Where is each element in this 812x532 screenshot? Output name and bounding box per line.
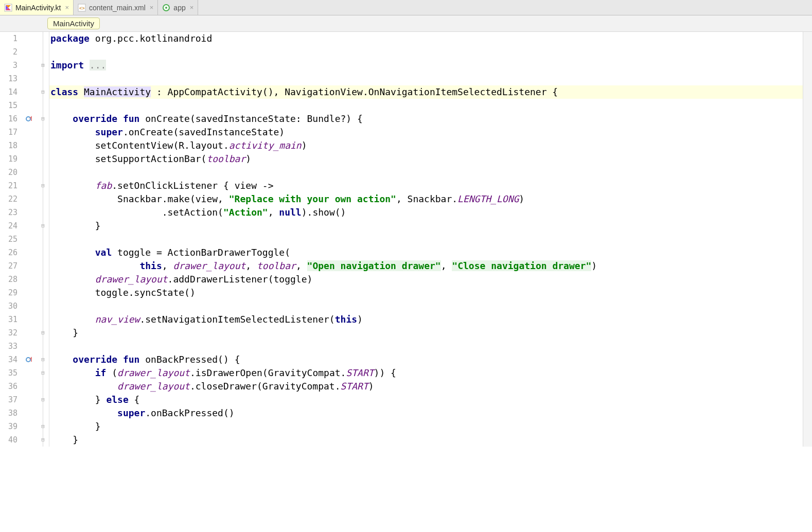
- line-number[interactable]: 21: [0, 179, 17, 192]
- line-number[interactable]: 23: [0, 206, 17, 219]
- tab-label: MainActivity.kt: [15, 4, 61, 12]
- fold-column: ⊞ ⊟ ⊟ ⊟ ⊟ ⊟ ⊟ ⊟ ⊟ ⊟ ⊟: [37, 32, 49, 447]
- line-number[interactable]: 19: [0, 152, 17, 166]
- line-number[interactable]: 30: [0, 299, 17, 313]
- svg-point-4: [165, 7, 167, 9]
- fold-end-icon[interactable]: ⊟: [39, 329, 47, 336]
- line-number[interactable]: 22: [0, 192, 17, 206]
- android-module-icon: [162, 4, 170, 12]
- breadcrumb-bar: MainActivity: [0, 15, 812, 32]
- kotlin-file-icon: [4, 4, 12, 12]
- line-number[interactable]: 37: [0, 393, 17, 406]
- line-number[interactable]: 18: [0, 139, 17, 152]
- tab-label: content_main.xml: [89, 4, 146, 12]
- line-number[interactable]: 27: [0, 259, 17, 273]
- code-editor: 1 2 3 13 14 15 16 17 18 19 20 21 22 23 2…: [0, 32, 812, 447]
- line-number[interactable]: 40: [0, 433, 17, 447]
- svg-point-5: [26, 117, 30, 121]
- error-stripe[interactable]: [803, 32, 812, 447]
- breadcrumb-class[interactable]: MainActivity: [47, 17, 100, 29]
- fold-collapse-icon[interactable]: ⊟: [39, 88, 47, 96]
- fold-end-icon[interactable]: ⊟: [39, 422, 47, 430]
- fold-collapse-icon[interactable]: ⊟: [39, 356, 47, 363]
- line-number[interactable]: 38: [0, 406, 17, 420]
- line-number[interactable]: 35: [0, 366, 17, 380]
- tab-content-main-xml[interactable]: <> content_main.xml ×: [74, 0, 158, 15]
- line-number[interactable]: 31: [0, 313, 17, 326]
- svg-text:<>: <>: [79, 6, 85, 11]
- fold-end-icon[interactable]: ⊟: [39, 436, 47, 444]
- tab-app[interactable]: app ×: [158, 0, 198, 15]
- override-marker-icon[interactable]: [22, 112, 37, 126]
- xml-file-icon: <>: [78, 4, 86, 12]
- line-number[interactable]: 32: [0, 326, 17, 340]
- line-number[interactable]: 3: [0, 59, 17, 72]
- fold-expand-icon[interactable]: ⊞: [39, 61, 47, 69]
- line-number[interactable]: 17: [0, 126, 17, 139]
- line-number[interactable]: 33: [0, 340, 17, 353]
- close-icon[interactable]: ×: [65, 4, 69, 11]
- fold-collapse-icon[interactable]: ⊟: [39, 369, 47, 377]
- line-number[interactable]: 16: [0, 112, 17, 126]
- code-area[interactable]: package org.pcc.kotlinandroid import ...…: [49, 32, 803, 447]
- line-number[interactable]: 15: [0, 99, 17, 112]
- line-number[interactable]: 1: [0, 32, 17, 45]
- tab-mainactivity[interactable]: MainActivity.kt ×: [0, 0, 74, 15]
- line-number[interactable]: 36: [0, 380, 17, 393]
- fold-collapse-icon[interactable]: ⊟: [39, 396, 47, 403]
- line-number[interactable]: 13: [0, 72, 17, 85]
- override-marker-icon[interactable]: [22, 353, 37, 366]
- line-number[interactable]: 25: [0, 233, 17, 246]
- fold-end-icon[interactable]: ⊟: [39, 222, 47, 229]
- close-icon[interactable]: ×: [190, 4, 194, 11]
- gutter-markers: [22, 32, 37, 447]
- line-number[interactable]: 29: [0, 286, 17, 299]
- fold-collapse-icon[interactable]: ⊟: [39, 182, 47, 189]
- fold-collapse-icon[interactable]: ⊟: [39, 115, 47, 122]
- line-number[interactable]: 34: [0, 353, 17, 366]
- tab-label: app: [173, 4, 185, 12]
- line-number[interactable]: 20: [0, 166, 17, 179]
- editor-tab-bar: MainActivity.kt × <> content_main.xml × …: [0, 0, 812, 15]
- line-number-gutter: 1 2 3 13 14 15 16 17 18 19 20 21 22 23 2…: [0, 32, 22, 447]
- line-number[interactable]: 24: [0, 219, 17, 233]
- line-number[interactable]: 28: [0, 273, 17, 286]
- line-number[interactable]: 26: [0, 246, 17, 259]
- svg-point-6: [26, 358, 30, 362]
- close-icon[interactable]: ×: [150, 4, 154, 11]
- line-number[interactable]: 14: [0, 85, 17, 99]
- line-number[interactable]: 39: [0, 420, 17, 433]
- line-number[interactable]: 2: [0, 45, 17, 59]
